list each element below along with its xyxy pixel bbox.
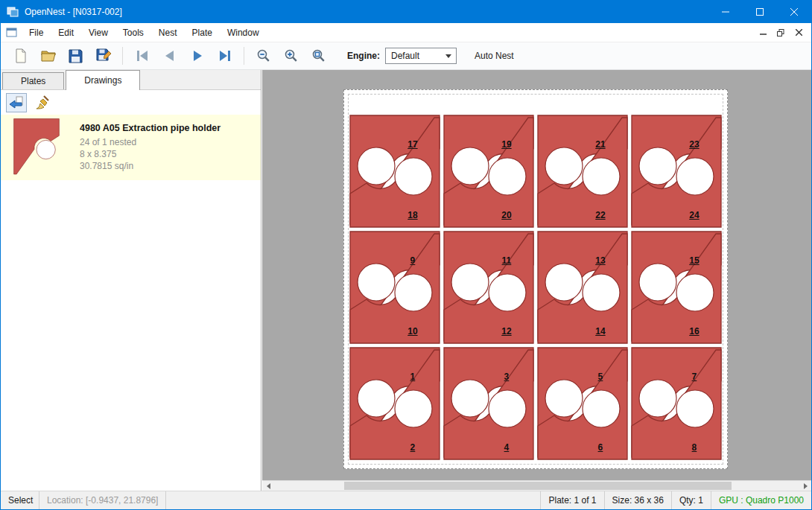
window-title: OpenNest - [N0317-002]: [25, 7, 122, 17]
part-number-bottom: 12: [501, 326, 511, 337]
pipe-hole-cutout: [451, 264, 489, 301]
next-plate-icon: [189, 48, 206, 64]
zoom-in-button[interactable]: [277, 45, 305, 68]
nested-part-pair[interactable]: 7 8: [629, 345, 723, 462]
window-controls: [708, 1, 811, 23]
previous-plate-button[interactable]: [156, 45, 183, 68]
drawing-item-details: 4980 A05 Extraction pipe holder 24 of 1 …: [80, 123, 221, 172]
mdi-minimize-icon[interactable]: [754, 25, 772, 40]
nested-part-pair[interactable]: 5 6: [536, 345, 629, 462]
part-number-top: 15: [689, 255, 699, 266]
new-file-icon: [13, 48, 29, 64]
pipe-hole-cutout: [489, 158, 526, 195]
menu-item-window[interactable]: Window: [220, 23, 267, 42]
engine-select[interactable]: Default: [385, 48, 457, 64]
first-plate-button[interactable]: [128, 45, 156, 68]
part-number-bottom: 16: [689, 326, 699, 337]
mdi-close-icon[interactable]: [790, 25, 808, 40]
part-number-top: 21: [595, 139, 605, 150]
part-number-bottom: 18: [407, 210, 417, 220]
pipe-hole-cutout: [358, 380, 395, 417]
nested-part-pair[interactable]: 19 20: [442, 113, 536, 229]
tab-drawings[interactable]: Drawings: [66, 70, 140, 90]
zoom-out-button[interactable]: [250, 45, 277, 68]
menu-bar: File Edit View Tools Nest Plate Window: [1, 23, 811, 42]
clear-button[interactable]: [32, 93, 53, 112]
pipe-hole-cutout: [395, 390, 432, 427]
horizontal-scrollbar[interactable]: [262, 480, 811, 491]
zoom-out-icon: [256, 48, 272, 64]
part-number-top: 23: [689, 139, 699, 150]
part-number-top: 11: [502, 255, 512, 266]
zoom-in-icon: [283, 48, 299, 64]
close-button[interactable]: [777, 1, 811, 23]
maximize-button[interactable]: [743, 1, 777, 23]
pipe-hole-cutout: [639, 264, 676, 301]
return-part-icon: [8, 95, 25, 111]
auto-nest-button[interactable]: Auto Nest: [475, 51, 514, 61]
status-plate-count: Plate: 1 of 1: [540, 491, 603, 509]
mdi-restore-icon[interactable]: [772, 25, 790, 40]
drawing-list-item[interactable]: 4980 A05 Extraction pipe holder 24 of 1 …: [1, 115, 261, 180]
part-number-top: 9: [410, 255, 416, 266]
save-button[interactable]: [62, 45, 89, 68]
nested-parts-grid: 17 18 19 20 21 22 23 24: [348, 113, 723, 462]
part-number-top: 19: [501, 139, 511, 150]
pipe-hole-cutout: [639, 380, 676, 417]
part-number-top: 1: [410, 372, 416, 382]
minimize-button[interactable]: [708, 1, 743, 23]
menu-item-file[interactable]: File: [22, 23, 51, 42]
menu-item-view[interactable]: View: [81, 23, 115, 42]
tab-plates[interactable]: Plates: [2, 72, 64, 89]
menu-item-nest[interactable]: Nest: [151, 23, 185, 42]
scrollbar-thumb[interactable]: [344, 482, 732, 490]
scroll-left-icon[interactable]: [262, 481, 274, 491]
main-toolbar: Engine: Default Auto Nest: [1, 42, 811, 70]
open-file-button[interactable]: [34, 45, 62, 68]
pipe-hole-cutout: [451, 380, 489, 417]
pipe-hole-cutout: [583, 390, 620, 427]
nested-part-pair[interactable]: 21 22: [536, 113, 629, 229]
part-thumbnail: [7, 118, 68, 177]
menu-item-plate[interactable]: Plate: [185, 23, 220, 42]
nested-part-pair[interactable]: 15 16: [629, 229, 723, 345]
nested-part-pair[interactable]: 13 14: [536, 229, 629, 345]
nested-part-pair[interactable]: 1 2: [348, 345, 442, 462]
broom-icon: [34, 95, 51, 111]
drawings-toolbar: [1, 90, 261, 115]
next-plate-button[interactable]: [183, 45, 211, 68]
part-number-bottom: 8: [692, 442, 697, 453]
part-number-bottom: 20: [501, 210, 511, 220]
pipe-hole-cutout: [451, 147, 489, 185]
title-bar: OpenNest - [N0317-002]: [1, 1, 811, 23]
return-part-button[interactable]: [6, 93, 27, 112]
status-location: Location: [-0.9437, 21.8796]: [39, 491, 166, 509]
menu-item-tools[interactable]: Tools: [115, 23, 151, 42]
part-number-top: 5: [598, 372, 603, 382]
pipe-hole-cutout: [395, 274, 432, 311]
part-number-bottom: 2: [410, 442, 416, 453]
engine-selected-value: Default: [391, 51, 419, 61]
nest-canvas[interactable]: 17 18 19 20 21 22 23 24: [262, 70, 811, 491]
nested-part-pair[interactable]: 3 4: [442, 345, 536, 462]
drawing-nested-count: 24 of 1 nested: [80, 136, 221, 148]
plate-sheet[interactable]: 17 18 19 20 21 22 23 24: [343, 89, 728, 469]
nested-part-pair[interactable]: 9 10: [348, 229, 442, 345]
part-number-bottom: 4: [504, 442, 510, 453]
pipe-hole-cutout: [676, 274, 714, 311]
scroll-right-icon[interactable]: [799, 481, 811, 491]
menu-item-edit[interactable]: Edit: [51, 23, 81, 42]
pipe-hole-cutout: [489, 390, 526, 427]
save-as-button[interactable]: [89, 45, 117, 68]
nested-part-pair[interactable]: 11 12: [442, 229, 536, 345]
pipe-hole-cutout: [676, 390, 714, 427]
last-plate-button[interactable]: [211, 45, 238, 68]
app-icon: [7, 6, 19, 18]
new-file-button[interactable]: [7, 45, 34, 68]
pipe-hole-cutout: [395, 158, 432, 195]
status-qty: Qty: 1: [671, 491, 711, 509]
pipe-hole-cutout: [639, 147, 676, 185]
nested-part-pair[interactable]: 17 18: [348, 113, 442, 229]
zoom-extents-button[interactable]: [305, 45, 332, 68]
nested-part-pair[interactable]: 23 24: [629, 113, 723, 229]
